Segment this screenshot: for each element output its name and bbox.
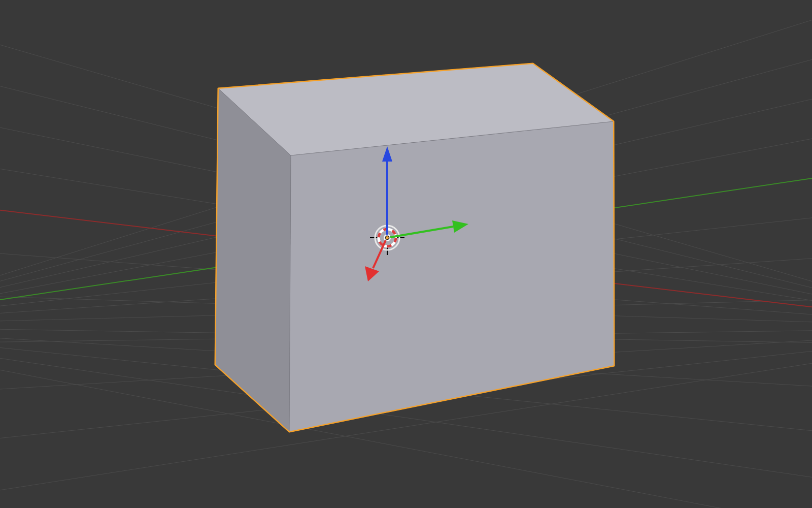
3d-viewport[interactable] [0,0,812,508]
cube-face-front [289,121,614,432]
gizmo-origin[interactable] [384,235,390,241]
cube-mesh[interactable] [215,64,614,432]
